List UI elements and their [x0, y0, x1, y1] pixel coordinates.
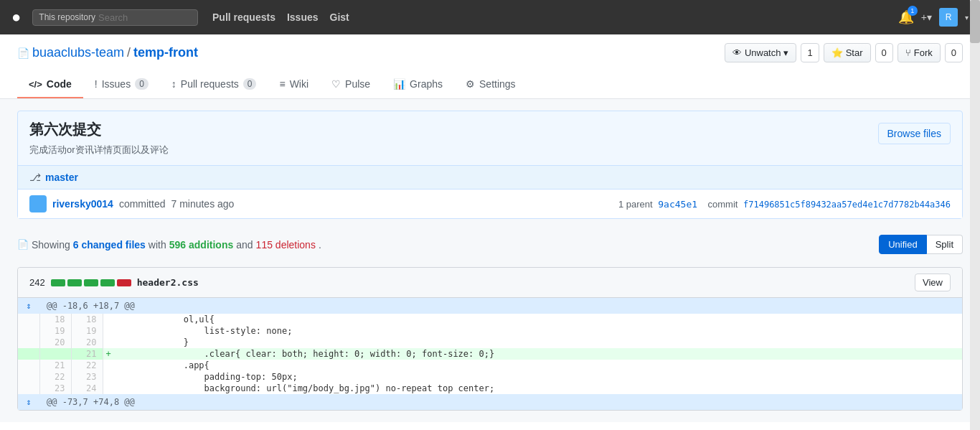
nav-issues[interactable]: Issues [287, 11, 319, 23]
diff-block-5 [117, 279, 131, 286]
author-link[interactable]: riversky0014 [52, 198, 113, 210]
tab-pulse[interactable]: ♡ Pulse [320, 71, 382, 98]
fork-count: 0 [945, 43, 963, 62]
pulse-icon: ♡ [331, 78, 341, 90]
old-line-num-4: 21 [39, 360, 71, 371]
scroll-thumb[interactable] [970, 0, 980, 43]
eye-icon: 👁 [732, 47, 742, 58]
tab-settings[interactable]: ⚙ Settings [454, 71, 527, 98]
changed-files-link[interactable]: 6 changed files [73, 239, 146, 251]
new-line-num-3: 20 [71, 337, 103, 348]
repo-owner-link[interactable]: buaaclubs-team [32, 45, 124, 60]
hunk-header-text-2: @@ -73,7 +74,8 @@ [39, 394, 962, 410]
tab-code[interactable]: </> Code [17, 71, 83, 98]
old-line-num-2: 19 [39, 325, 71, 337]
sign-col-3 [103, 337, 114, 348]
search-input[interactable] [98, 12, 192, 23]
diff-line-1: 18 18 ol,ul{ [18, 314, 962, 325]
diff-table: ⇕ @@ -18,6 +18,7 @@ 18 18 ol,ul{ 19 19 [18, 298, 962, 410]
scrollbar[interactable] [970, 0, 980, 422]
diff-line-6: 23 24 background: url("img/body_bg.jpg")… [18, 383, 962, 394]
diff-view-toggle: Unified Split [879, 235, 963, 254]
code-content-5: padding-top: 50px; [114, 371, 962, 383]
unwatch-button[interactable]: 👁 Unwatch ▾ [725, 43, 797, 62]
expand-col-3 [18, 337, 39, 348]
user-avatar[interactable]: R [939, 8, 958, 27]
code-content-1: ol,ul{ [114, 314, 962, 325]
split-button[interactable]: Split [927, 235, 963, 254]
commit-box: 第六次提交 完成活动or资讯详情页面以及评论 Browse files ⎇ ma… [17, 111, 963, 219]
header-nav: Pull requests Issues Gist [212, 11, 349, 23]
hunk-header-text-1: @@ -18,6 +18,7 @@ [39, 298, 962, 314]
diff-blocks [51, 279, 131, 286]
repo-header-row: 📄 buaaclubs-team / temp-front 👁 Unwatch … [17, 43, 963, 62]
repo-name-link[interactable]: temp-front [133, 45, 198, 60]
deletions-count: 115 deletions [256, 239, 316, 251]
unwatch-count: 1 [801, 43, 819, 62]
plus-button[interactable]: +▾ [921, 11, 932, 23]
commit-hash-link[interactable]: f71496851c5f89432aa57ed4e1c7d7782b44a346 [743, 200, 951, 210]
commit-title: 第六次提交 [29, 120, 169, 139]
commit-text: commit [708, 199, 738, 210]
tab-graphs[interactable]: 📊 Graphs [382, 71, 454, 98]
branch-icon: ⎇ [29, 172, 41, 183]
sign-col-add: + [103, 348, 114, 360]
unified-button[interactable]: Unified [879, 235, 926, 254]
settings-icon: ⚙ [466, 78, 475, 90]
sign-col-1 [103, 314, 114, 325]
github-logo[interactable]: ● [11, 8, 21, 27]
diff-file-name: header2.css [137, 277, 199, 288]
repo-context-label: This repository [39, 12, 95, 22]
main-content: 第六次提交 完成活动or资讯详情页面以及评论 Browse files ⎇ ma… [0, 99, 980, 422]
diff-block-2 [67, 279, 82, 286]
nav-gist[interactable]: Gist [330, 11, 349, 23]
star-button[interactable]: ⭐ Star [824, 43, 871, 62]
wiki-icon: ≡ [279, 78, 285, 90]
hunk-expand-1[interactable]: ⇕ [18, 298, 39, 314]
fork-button[interactable]: ⑂ Fork [897, 43, 941, 62]
new-line-num-5: 23 [71, 371, 103, 383]
repo-header: 📄 buaaclubs-team / temp-front 👁 Unwatch … [0, 34, 980, 99]
browse-files-button[interactable]: Browse files [878, 123, 951, 144]
tab-pull-requests[interactable]: ↕ Pull requests 0 [160, 71, 268, 98]
files-changed-bar: 📄 Showing 6 changed files with 596 addit… [17, 230, 963, 258]
hunk-header-row-1: ⇕ @@ -18,6 +18,7 @@ [18, 298, 962, 314]
author-avatar [29, 195, 47, 212]
nav-pull-requests[interactable]: Pull requests [212, 11, 275, 23]
expand-col-add [18, 348, 39, 360]
sign-col-5 [103, 371, 114, 383]
issues-badge: 0 [135, 78, 149, 90]
avatar-caret: ▾ [965, 14, 969, 22]
fork-icon: ⑂ [905, 47, 911, 58]
expand-col-6 [18, 383, 39, 394]
star-count: 0 [875, 43, 893, 62]
notification-badge: 1 [908, 6, 918, 16]
graphs-icon: 📊 [393, 78, 405, 90]
commit-info-left: 第六次提交 完成活动or资讯详情页面以及评论 [29, 120, 169, 156]
notifications-btn[interactable]: 🔔 1 [898, 9, 914, 25]
time-ago: 7 minutes ago [171, 198, 234, 210]
sign-col-2 [103, 325, 114, 337]
diff-line-4: 21 22 .app{ [18, 360, 962, 371]
file-summary-icon: 📄 [17, 239, 29, 250]
pr-icon: ↕ [171, 78, 176, 90]
branch-link[interactable]: master [45, 172, 78, 183]
diff-line-5: 22 23 padding-top: 50px; [18, 371, 962, 383]
files-changed-summary: 📄 Showing 6 changed files with 596 addit… [17, 239, 321, 251]
old-line-num-1: 18 [39, 314, 71, 325]
commit-author-row: riversky0014 committed 7 minutes ago 1 p… [18, 189, 962, 218]
commit-description: 完成活动or资讯详情页面以及评论 [29, 144, 169, 156]
additions-count: 596 additions [169, 239, 233, 251]
hunk-expand-2[interactable]: ⇕ [18, 394, 39, 410]
diff-line-count: 242 [29, 277, 45, 288]
diff-block-4 [100, 279, 115, 286]
issues-icon: ! [95, 78, 98, 90]
view-file-button[interactable]: View [915, 274, 951, 291]
expand-col-2 [18, 325, 39, 337]
tab-issues[interactable]: ! Issues 0 [83, 71, 160, 98]
tab-wiki[interactable]: ≡ Wiki [268, 71, 320, 98]
code-content-4: .app{ [114, 360, 962, 371]
header-right: 🔔 1 +▾ R ▾ [898, 8, 969, 27]
parent-hash-link[interactable]: 9ac45e1 [658, 199, 697, 210]
github-header: ● This repository Pull requests Issues G… [0, 0, 980, 34]
